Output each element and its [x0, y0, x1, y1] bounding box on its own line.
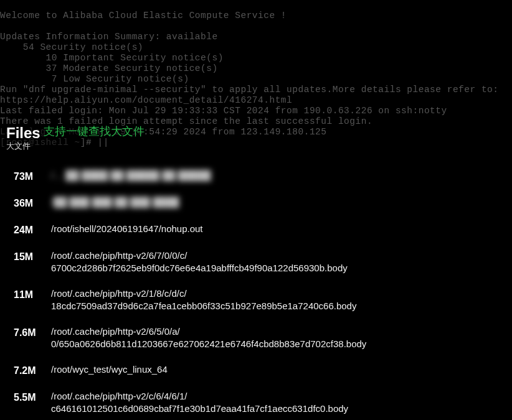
file-row[interactable]: 73M/… ██ ████ ██ █████ ██ █████	[14, 169, 506, 183]
file-path: /██ ███ ███ ██ ███ ████	[51, 196, 506, 208]
file-row[interactable]: 36M/██ ███ ███ ██ ███ ████	[14, 196, 506, 210]
file-row[interactable]: 7.6M/root/.cache/pip/http-v2/6/5/0/a/ 0/…	[14, 325, 506, 350]
file-size: 5.5M	[14, 390, 51, 404]
file-row[interactable]: 15M/root/.cache/pip/http-v2/6/7/0/0/c/ 6…	[14, 250, 506, 274]
panel-sub-label: 大文件	[6, 141, 506, 152]
file-row[interactable]: 5.5M/root/.cache/pip/http-v2/c/6/4/6/1/ …	[14, 390, 506, 415]
file-path: /root/ishell/202406191647/nohup.out	[51, 223, 506, 235]
file-size: 15M	[14, 250, 51, 263]
file-row[interactable]: 24M/root/ishell/202406191647/nohup.out	[14, 223, 506, 236]
file-size: 7.2M	[14, 363, 51, 377]
file-size: 36M	[14, 196, 51, 210]
file-size: 7.6M	[14, 325, 51, 339]
file-path: /root/.cache/pip/http-v2/6/7/0/0/c/ 6700…	[51, 250, 506, 274]
panel-title: Files	[6, 124, 40, 142]
file-row[interactable]: 11M/root/.cache/pip/http-v2/1/8/c/d/c/ 1…	[14, 287, 506, 312]
file-size: 24M	[14, 223, 51, 236]
file-path: /root/.cache/pip/http-v2/c/6/4/6/1/ c646…	[51, 390, 506, 415]
file-path: /root/wyc_test/wyc_linux_64	[51, 363, 506, 376]
file-path: /… ██ ████ ██ █████ ██ █████	[51, 169, 506, 182]
panel-header: Files 支持一键查找大文件	[6, 124, 506, 142]
file-row[interactable]: 7.2M/root/wyc_test/wyc_linux_64	[14, 363, 506, 377]
large-file-list: 73M/… ██ ████ ██ █████ ██ █████36M/██ ██…	[6, 169, 506, 415]
file-path: /root/.cache/pip/http-v2/6/5/0/a/ 0/650a…	[51, 325, 506, 350]
large-files-panel: Files 支持一键查找大文件 大文件 73M/… ██ ████ ██ ███…	[6, 124, 506, 420]
file-size: 11M	[14, 287, 51, 301]
feature-caption: 支持一键查找大文件	[44, 124, 145, 139]
file-size: 73M	[14, 169, 51, 183]
file-path: /root/.cache/pip/http-v2/1/8/c/d/c/ 18cd…	[51, 287, 506, 312]
